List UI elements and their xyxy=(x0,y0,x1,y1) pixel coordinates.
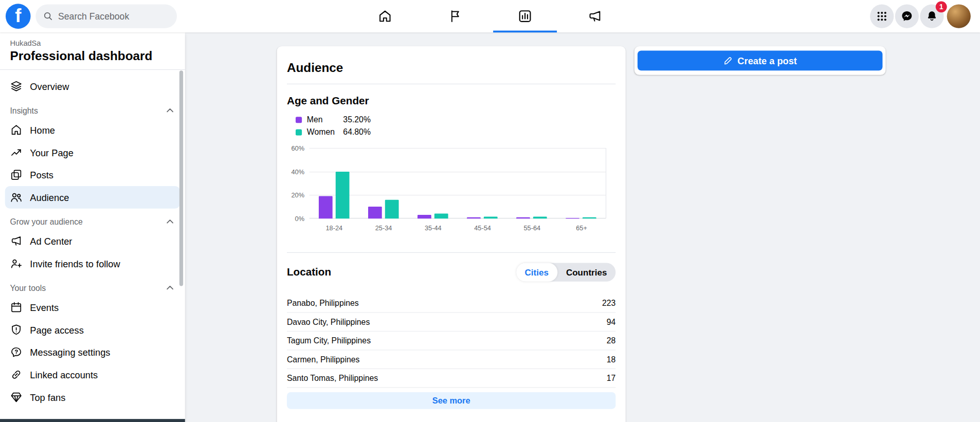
sidebar-item-invite-friends[interactable]: Invite friends to follow xyxy=(5,252,180,275)
sidebar-item-label: Page access xyxy=(30,324,83,335)
sidebar-header: HukadSa Professional dashboard xyxy=(0,32,185,69)
countries-toggle-button[interactable]: Countries xyxy=(557,263,615,281)
megaphone-icon xyxy=(10,235,22,247)
sidebar-scrollbar[interactable] xyxy=(179,70,183,286)
bell-icon xyxy=(925,10,938,22)
age-gender-plot xyxy=(310,148,606,218)
notifications-button[interactable]: 1 xyxy=(920,5,943,28)
legend-value: 35.20% xyxy=(343,115,371,124)
sidebar-item-overview[interactable]: Overview xyxy=(5,75,180,98)
calendar-icon xyxy=(10,301,22,314)
section-label: Grow your audience xyxy=(10,217,82,226)
sidebar-item-label: Messaging settings xyxy=(30,347,110,358)
search-input[interactable] xyxy=(58,11,169,21)
nav-tab-home[interactable] xyxy=(350,0,420,32)
nav-tab-ads[interactable] xyxy=(560,0,630,32)
location-count: 18 xyxy=(607,355,616,364)
location-city: Davao City, Philippines xyxy=(287,317,370,326)
location-city: Santo Tomas, Philippines xyxy=(287,373,378,382)
sidebar-item-posts[interactable]: Posts xyxy=(5,163,180,186)
nav-tab-pages[interactable] xyxy=(420,0,490,32)
apps-grid-icon xyxy=(876,10,888,22)
sidebar-item-label: Events xyxy=(30,302,59,313)
bar-women-65+ xyxy=(583,217,596,218)
sidebar-cutoff-element xyxy=(0,419,185,422)
bar-men-45-54 xyxy=(467,217,481,218)
bar-men-65+ xyxy=(566,218,579,219)
ads-megaphone-icon xyxy=(588,9,603,24)
location-row: Tagum City, Philippines 28 xyxy=(287,332,615,350)
sidebar-item-home[interactable]: Home xyxy=(5,119,180,141)
sidebar-item-your-page[interactable]: Your Page xyxy=(5,141,180,164)
sidebar-item-audience[interactable]: Audience xyxy=(5,186,180,209)
search-icon xyxy=(43,11,53,21)
topbar-right: 1 xyxy=(870,5,971,28)
location-count: 28 xyxy=(607,336,616,345)
bar-group-45-54 xyxy=(458,148,507,218)
sidebar-item-label: Your Page xyxy=(30,147,74,158)
create-post-card: Create a post xyxy=(634,46,886,75)
nav-tab-insights[interactable] xyxy=(490,0,560,32)
sidebar: HukadSa Professional dashboard Overview … xyxy=(0,32,185,422)
profile-avatar[interactable] xyxy=(947,5,971,28)
sidebar-item-label: Invite friends to follow xyxy=(30,258,120,269)
legend-value: 64.80% xyxy=(343,127,371,137)
sidebar-nav: Overview Insights Home Your Page xyxy=(0,70,185,408)
x-label-18-24: 18-24 xyxy=(310,224,359,232)
divider xyxy=(287,84,615,84)
insights-icon xyxy=(518,9,533,24)
chart-legend: Men 35.20% Women 64.80% xyxy=(296,115,615,137)
facebook-logo[interactable]: f xyxy=(6,4,31,29)
audience-icon xyxy=(10,191,22,204)
pages-flag-icon xyxy=(447,9,462,24)
invite-friends-icon xyxy=(10,257,22,269)
sidebar-item-messaging-settings[interactable]: Messaging settings xyxy=(5,341,180,363)
sidebar-item-ad-center[interactable]: Ad Center xyxy=(5,230,180,252)
legend-men: Men 35.20% xyxy=(296,115,615,124)
bar-men-18-24 xyxy=(319,196,333,218)
link-icon xyxy=(10,369,22,381)
sidebar-item-linked-accounts[interactable]: Linked accounts xyxy=(5,363,180,386)
create-post-button[interactable]: Create a post xyxy=(638,50,883,70)
location-row: Carmen, Philippines 18 xyxy=(287,351,615,369)
sidebar-item-events[interactable]: Events xyxy=(5,296,180,319)
legend-label: Women xyxy=(307,127,338,137)
apps-menu-button[interactable] xyxy=(870,5,894,28)
location-city: Carmen, Philippines xyxy=(287,355,359,364)
sidebar-section-grow-your-audience[interactable]: Grow your audience xyxy=(5,209,180,230)
y-tick: 60% xyxy=(291,144,304,152)
y-tick: 40% xyxy=(291,168,304,175)
chat-question-icon xyxy=(10,346,22,358)
location-header: Location Cities Countries xyxy=(287,263,615,281)
legend-women: Women 64.80% xyxy=(296,127,615,137)
age-gender-title: Age and Gender xyxy=(287,95,615,107)
chevron-up-icon xyxy=(165,105,175,115)
y-tick: 20% xyxy=(291,191,304,199)
bar-men-35-44 xyxy=(418,215,431,219)
sidebar-item-label: Audience xyxy=(30,192,69,203)
topbar-left: f xyxy=(6,4,177,29)
workspace-name: HukadSa xyxy=(10,39,175,47)
location-city: Tagum City, Philippines xyxy=(287,336,371,345)
facebook-logo-letter: f xyxy=(15,5,21,26)
sidebar-section-your-tools[interactable]: Your tools xyxy=(5,275,180,296)
sidebar-item-label: Top fans xyxy=(30,392,65,402)
bar-women-35-44 xyxy=(434,213,448,218)
messenger-button[interactable] xyxy=(895,5,919,28)
sidebar-item-page-access[interactable]: Page access xyxy=(5,319,180,341)
bar-men-25-34 xyxy=(368,207,382,218)
cities-toggle-button[interactable]: Cities xyxy=(516,263,557,281)
location-count: 94 xyxy=(607,317,616,326)
location-toggle: Cities Countries xyxy=(516,263,616,281)
see-more-button[interactable]: See more xyxy=(287,392,615,409)
x-label-55-64: 55-64 xyxy=(507,224,557,232)
x-label-45-54: 45-54 xyxy=(458,224,507,232)
location-count: 17 xyxy=(607,373,616,382)
bar-women-18-24 xyxy=(336,172,350,219)
sidebar-section-insights[interactable]: Insights xyxy=(5,98,180,119)
search-facebook[interactable] xyxy=(35,5,177,28)
x-label-25-34: 25-34 xyxy=(359,224,408,232)
sidebar-item-top-fans[interactable]: Top fans xyxy=(5,386,180,409)
location-row: Santo Tomas, Philippines 17 xyxy=(287,369,615,388)
sidebar-item-label: Home xyxy=(30,124,55,135)
